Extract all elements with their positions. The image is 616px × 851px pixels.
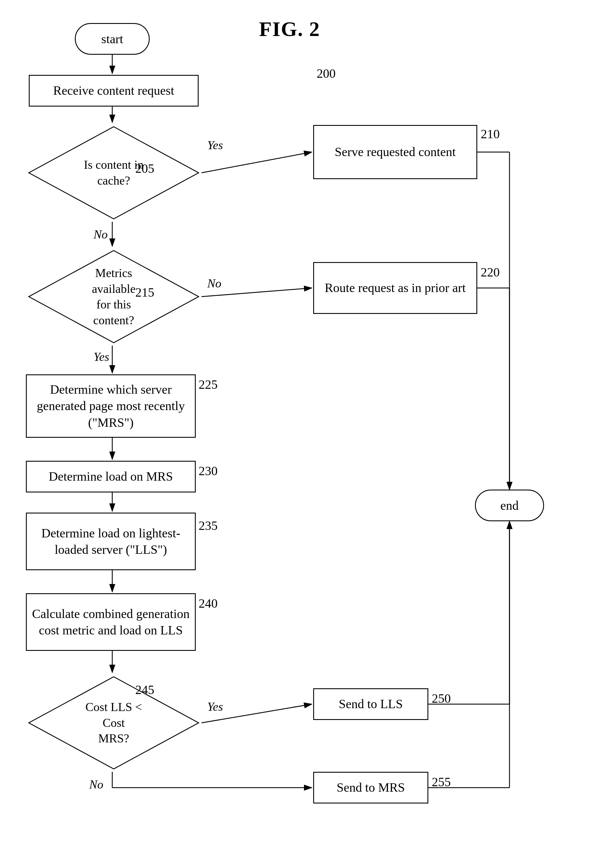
no-label-2: No — [207, 277, 221, 290]
end-node: end — [475, 490, 544, 521]
yes-label-3: Yes — [207, 700, 223, 714]
send-lls-box: Send to LLS — [313, 688, 428, 720]
calculate-box: Calculate combined generation cost metri… — [26, 593, 196, 651]
diamond2: Metrics available for this content? — [26, 248, 201, 346]
yes-label-1: Yes — [207, 138, 223, 152]
step-220: 220 — [481, 265, 500, 280]
start-node: start — [75, 23, 150, 55]
receive-box: Receive content request — [29, 75, 198, 107]
step-255: 255 — [432, 775, 451, 789]
no-label-1: No — [93, 227, 108, 241]
determine-server-box: Determine which server generated page mo… — [26, 374, 196, 438]
diagram-container: FIG. 2 200 start Receive content request… — [0, 0, 616, 851]
send-mrs-box: Send to MRS — [313, 772, 428, 803]
step-245: 245 — [135, 683, 154, 697]
determine-load-mrs-box: Determine load on MRS — [26, 461, 196, 492]
yes-label-2: Yes — [93, 350, 110, 364]
step-225: 225 — [198, 377, 218, 392]
diagram-number: 200 — [317, 66, 336, 81]
serve-box: Serve requested content — [313, 125, 477, 179]
svg-line-6 — [201, 152, 312, 173]
step-205: 205 — [135, 161, 154, 176]
determine-load-lls-box: Determine load on lightest-loaded server… — [26, 513, 196, 570]
diamond3: Cost LLS < Cost MRS? — [26, 674, 201, 772]
diamond3-text: Cost LLS < Cost MRS? — [76, 699, 151, 746]
step-250: 250 — [432, 691, 451, 706]
step-210: 210 — [481, 127, 500, 141]
step-230: 230 — [198, 464, 218, 478]
diamond1: Is content in cache? — [26, 124, 201, 222]
fig-title: FIG. 2 — [259, 17, 320, 41]
step-235: 235 — [198, 519, 218, 533]
step-215: 215 — [135, 285, 154, 300]
step-240: 240 — [198, 596, 218, 611]
route-box: Route request as in prior art — [313, 262, 477, 314]
no-label-3: No — [89, 777, 103, 791]
